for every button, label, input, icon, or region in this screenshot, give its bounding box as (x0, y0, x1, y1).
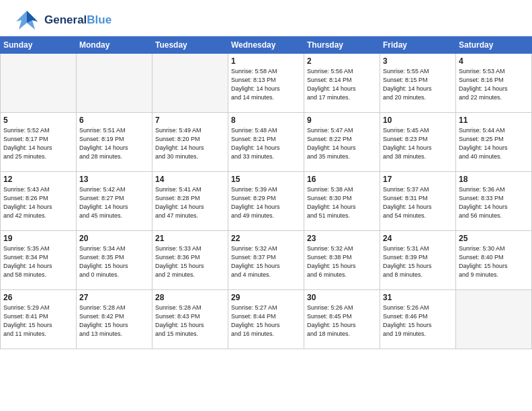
calendar-cell: 9Sunrise: 5:47 AM Sunset: 8:22 PM Daylig… (304, 113, 380, 172)
day-info: Sunrise: 5:58 AM Sunset: 8:13 PM Dayligh… (231, 67, 301, 102)
calendar-cell: 21Sunrise: 5:33 AM Sunset: 8:36 PM Dayli… (152, 231, 228, 290)
calendar-cell: 31Sunrise: 5:26 AM Sunset: 8:46 PM Dayli… (380, 290, 456, 349)
calendar-cell: 17Sunrise: 5:37 AM Sunset: 8:31 PM Dayli… (380, 172, 456, 231)
day-info: Sunrise: 5:52 AM Sunset: 8:17 PM Dayligh… (3, 126, 73, 161)
day-number: 10 (383, 116, 453, 125)
calendar-week-1: 1Sunrise: 5:58 AM Sunset: 8:13 PM Daylig… (1, 54, 532, 113)
day-info: Sunrise: 5:29 AM Sunset: 8:41 PM Dayligh… (3, 304, 73, 338)
weekday-header-monday: Monday (77, 37, 152, 54)
calendar-week-3: 12Sunrise: 5:43 AM Sunset: 8:26 PM Dayli… (1, 172, 532, 231)
day-number: 17 (383, 175, 453, 184)
page-header: GeneralBlue (0, 0, 532, 36)
day-info: Sunrise: 5:53 AM Sunset: 8:16 PM Dayligh… (459, 67, 529, 102)
calendar-cell: 28Sunrise: 5:28 AM Sunset: 8:43 PM Dayli… (152, 290, 228, 349)
day-info: Sunrise: 5:27 AM Sunset: 8:44 PM Dayligh… (231, 304, 301, 338)
day-number: 19 (3, 234, 73, 243)
day-info: Sunrise: 5:31 AM Sunset: 8:39 PM Dayligh… (383, 244, 453, 279)
calendar-cell: 2Sunrise: 5:56 AM Sunset: 8:14 PM Daylig… (304, 54, 380, 113)
day-info: Sunrise: 5:44 AM Sunset: 8:25 PM Dayligh… (459, 126, 529, 161)
day-number: 8 (231, 116, 301, 125)
day-info: Sunrise: 5:43 AM Sunset: 8:26 PM Dayligh… (3, 185, 73, 220)
calendar-cell: 15Sunrise: 5:39 AM Sunset: 8:29 PM Dayli… (228, 172, 304, 231)
calendar-cell: 16Sunrise: 5:38 AM Sunset: 8:30 PM Dayli… (304, 172, 380, 231)
calendar-cell: 4Sunrise: 5:53 AM Sunset: 8:16 PM Daylig… (456, 54, 532, 113)
calendar-header-row: SundayMondayTuesdayWednesdayThursdayFrid… (1, 37, 532, 54)
day-info: Sunrise: 5:32 AM Sunset: 8:38 PM Dayligh… (307, 244, 377, 279)
day-number: 24 (383, 234, 453, 243)
logo-text: GeneralBlue (44, 14, 112, 27)
day-info: Sunrise: 5:37 AM Sunset: 8:31 PM Dayligh… (383, 185, 453, 220)
calendar-cell: 11Sunrise: 5:44 AM Sunset: 8:25 PM Dayli… (456, 113, 532, 172)
calendar-cell (1, 54, 77, 113)
day-info: Sunrise: 5:56 AM Sunset: 8:14 PM Dayligh… (307, 67, 377, 102)
weekday-header-tuesday: Tuesday (152, 37, 228, 54)
calendar-cell: 19Sunrise: 5:35 AM Sunset: 8:34 PM Dayli… (1, 231, 77, 290)
weekday-header-saturday: Saturday (456, 37, 532, 54)
day-number: 30 (307, 293, 377, 302)
day-number: 6 (79, 116, 149, 125)
logo-icon (12, 8, 42, 32)
day-number: 26 (3, 293, 73, 302)
day-info: Sunrise: 5:49 AM Sunset: 8:20 PM Dayligh… (155, 126, 225, 161)
day-number: 13 (79, 175, 149, 184)
day-info: Sunrise: 5:33 AM Sunset: 8:36 PM Dayligh… (155, 244, 225, 279)
calendar-cell: 27Sunrise: 5:28 AM Sunset: 8:42 PM Dayli… (77, 290, 152, 349)
day-number: 2 (307, 56, 377, 66)
day-info: Sunrise: 5:34 AM Sunset: 8:35 PM Dayligh… (79, 244, 149, 279)
day-info: Sunrise: 5:38 AM Sunset: 8:30 PM Dayligh… (307, 185, 377, 220)
day-number: 1 (231, 56, 301, 66)
day-info: Sunrise: 5:28 AM Sunset: 8:42 PM Dayligh… (79, 304, 149, 338)
day-info: Sunrise: 5:51 AM Sunset: 8:19 PM Dayligh… (79, 126, 149, 161)
calendar-week-4: 19Sunrise: 5:35 AM Sunset: 8:34 PM Dayli… (1, 231, 532, 290)
calendar-cell: 25Sunrise: 5:30 AM Sunset: 8:40 PM Dayli… (456, 231, 532, 290)
day-number: 7 (155, 116, 225, 125)
logo: GeneralBlue (12, 8, 112, 32)
calendar-cell: 18Sunrise: 5:36 AM Sunset: 8:33 PM Dayli… (456, 172, 532, 231)
calendar-cell: 24Sunrise: 5:31 AM Sunset: 8:39 PM Dayli… (380, 231, 456, 290)
day-info: Sunrise: 5:35 AM Sunset: 8:34 PM Dayligh… (3, 244, 73, 279)
day-info: Sunrise: 5:36 AM Sunset: 8:33 PM Dayligh… (459, 185, 529, 220)
day-number: 20 (79, 234, 149, 243)
day-number: 27 (79, 293, 149, 302)
day-number: 4 (459, 56, 529, 66)
calendar-cell: 20Sunrise: 5:34 AM Sunset: 8:35 PM Dayli… (77, 231, 152, 290)
day-number: 18 (459, 175, 529, 184)
day-number: 16 (307, 175, 377, 184)
calendar-cell: 30Sunrise: 5:26 AM Sunset: 8:45 PM Dayli… (304, 290, 380, 349)
weekday-header-wednesday: Wednesday (228, 37, 304, 54)
day-number: 29 (231, 293, 301, 302)
day-number: 31 (383, 293, 453, 302)
calendar-table: SundayMondayTuesdayWednesdayThursdayFrid… (0, 36, 532, 349)
weekday-header-sunday: Sunday (1, 37, 77, 54)
day-number: 15 (231, 175, 301, 184)
day-number: 5 (3, 116, 73, 125)
calendar-cell (152, 54, 228, 113)
day-info: Sunrise: 5:55 AM Sunset: 8:15 PM Dayligh… (383, 67, 453, 102)
calendar-cell: 7Sunrise: 5:49 AM Sunset: 8:20 PM Daylig… (152, 113, 228, 172)
day-number: 23 (307, 234, 377, 243)
calendar-cell (77, 54, 152, 113)
day-number: 9 (307, 116, 377, 125)
day-info: Sunrise: 5:30 AM Sunset: 8:40 PM Dayligh… (459, 244, 529, 279)
day-info: Sunrise: 5:47 AM Sunset: 8:22 PM Dayligh… (307, 126, 377, 161)
calendar-cell: 13Sunrise: 5:42 AM Sunset: 8:27 PM Dayli… (77, 172, 152, 231)
day-number: 25 (459, 234, 529, 243)
calendar-cell: 5Sunrise: 5:52 AM Sunset: 8:17 PM Daylig… (1, 113, 77, 172)
calendar-cell: 29Sunrise: 5:27 AM Sunset: 8:44 PM Dayli… (228, 290, 304, 349)
calendar-cell: 23Sunrise: 5:32 AM Sunset: 8:38 PM Dayli… (304, 231, 380, 290)
calendar-cell: 12Sunrise: 5:43 AM Sunset: 8:26 PM Dayli… (1, 172, 77, 231)
day-info: Sunrise: 5:28 AM Sunset: 8:43 PM Dayligh… (155, 304, 225, 338)
weekday-header-thursday: Thursday (304, 37, 380, 54)
day-info: Sunrise: 5:39 AM Sunset: 8:29 PM Dayligh… (231, 185, 301, 220)
calendar-cell: 1Sunrise: 5:58 AM Sunset: 8:13 PM Daylig… (228, 54, 304, 113)
day-number: 21 (155, 234, 225, 243)
calendar-cell: 22Sunrise: 5:32 AM Sunset: 8:37 PM Dayli… (228, 231, 304, 290)
day-number: 11 (459, 116, 529, 125)
day-number: 28 (155, 293, 225, 302)
calendar-cell: 3Sunrise: 5:55 AM Sunset: 8:15 PM Daylig… (380, 54, 456, 113)
weekday-header-friday: Friday (380, 37, 456, 54)
day-number: 22 (231, 234, 301, 243)
calendar-cell: 26Sunrise: 5:29 AM Sunset: 8:41 PM Dayli… (1, 290, 77, 349)
day-info: Sunrise: 5:26 AM Sunset: 8:46 PM Dayligh… (383, 304, 453, 338)
day-number: 12 (3, 175, 73, 184)
